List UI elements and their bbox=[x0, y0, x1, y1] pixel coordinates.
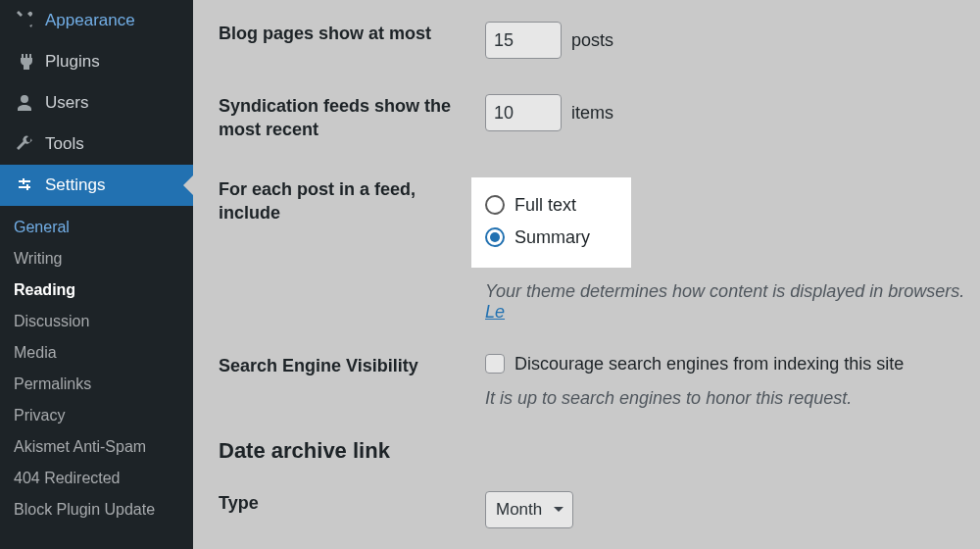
label-feed-include: For each post in a feed, include bbox=[219, 177, 485, 225]
sidebar-item-label: Plugins bbox=[45, 52, 100, 72]
submenu-item-akismet[interactable]: Akismet Anti-Spam bbox=[0, 431, 193, 463]
label-search-engine: Search Engine Visibility bbox=[219, 354, 485, 377]
select-type[interactable]: Month bbox=[485, 491, 573, 528]
search-engine-description: It is up to search engines to honor this… bbox=[485, 388, 904, 409]
row-feed-include: For each post in a feed, include Full te… bbox=[219, 177, 980, 323]
sidebar-item-label: Users bbox=[45, 93, 88, 113]
appearance-icon bbox=[14, 10, 35, 31]
submenu-item-media[interactable]: Media bbox=[0, 337, 193, 369]
radio-full-text-row[interactable]: Full text bbox=[485, 189, 590, 222]
submenu-item-discussion[interactable]: Discussion bbox=[0, 306, 193, 337]
users-icon bbox=[14, 92, 35, 114]
feed-description: Your theme determines how content is dis… bbox=[485, 281, 980, 323]
row-syndication: Syndication feeds show the most recent i… bbox=[219, 94, 980, 142]
submenu-item-block-plugin[interactable]: Block Plugin Update bbox=[0, 494, 193, 525]
checkbox-discourage[interactable] bbox=[485, 354, 505, 374]
label-type: Type bbox=[219, 491, 485, 515]
sidebar-item-tools[interactable]: Tools bbox=[0, 124, 193, 165]
radio-full-text[interactable] bbox=[485, 195, 505, 215]
input-syndication[interactable] bbox=[485, 94, 562, 131]
radio-full-text-label: Full text bbox=[514, 195, 576, 216]
input-blog-pages[interactable] bbox=[485, 22, 562, 59]
sidebar-item-label: Tools bbox=[45, 134, 84, 154]
radio-summary[interactable] bbox=[485, 227, 505, 247]
main-content: Blog pages show at most posts Syndicatio… bbox=[193, 0, 980, 549]
heading-date-archive: Date archive link bbox=[219, 438, 980, 464]
submenu-item-permalinks[interactable]: Permalinks bbox=[0, 369, 193, 400]
row-type: Type Month bbox=[219, 491, 980, 528]
radio-summary-row[interactable]: Summary bbox=[485, 222, 590, 254]
sidebar-item-users[interactable]: Users bbox=[0, 82, 193, 124]
sidebar-item-label: Settings bbox=[45, 175, 105, 195]
row-blog-pages: Blog pages show at most posts bbox=[219, 22, 980, 59]
sidebar-item-settings[interactable]: Settings bbox=[0, 165, 193, 206]
submenu-item-404[interactable]: 404 Redirected bbox=[0, 463, 193, 494]
row-search-engine: Search Engine Visibility Discourage sear… bbox=[219, 354, 980, 409]
tools-icon bbox=[14, 133, 35, 155]
radio-summary-label: Summary bbox=[514, 227, 590, 248]
checkbox-discourage-label: Discourage search engines from indexing … bbox=[514, 354, 904, 374]
submenu-item-privacy[interactable]: Privacy bbox=[0, 400, 193, 431]
plugins-icon bbox=[14, 51, 35, 73]
admin-sidebar: Appearance Plugins Users Tools Settings … bbox=[0, 0, 193, 549]
settings-icon bbox=[14, 175, 35, 196]
unit-items: items bbox=[571, 103, 613, 124]
settings-submenu: General Writing Reading Discussion Media… bbox=[0, 206, 193, 531]
label-blog-pages: Blog pages show at most bbox=[219, 22, 485, 45]
submenu-item-reading[interactable]: Reading bbox=[0, 274, 193, 306]
sidebar-item-appearance[interactable]: Appearance bbox=[0, 0, 193, 41]
sidebar-item-label: Appearance bbox=[45, 11, 135, 30]
feed-learn-link[interactable]: Le bbox=[485, 302, 505, 322]
feed-radio-group: Full text Summary bbox=[471, 177, 631, 268]
checkbox-discourage-row[interactable]: Discourage search engines from indexing … bbox=[485, 354, 904, 374]
unit-posts: posts bbox=[571, 30, 613, 51]
sidebar-item-plugins[interactable]: Plugins bbox=[0, 41, 193, 82]
submenu-item-writing[interactable]: Writing bbox=[0, 243, 193, 274]
label-syndication: Syndication feeds show the most recent bbox=[219, 94, 485, 142]
submenu-item-general[interactable]: General bbox=[0, 212, 193, 243]
select-type-wrap: Month bbox=[485, 491, 573, 528]
